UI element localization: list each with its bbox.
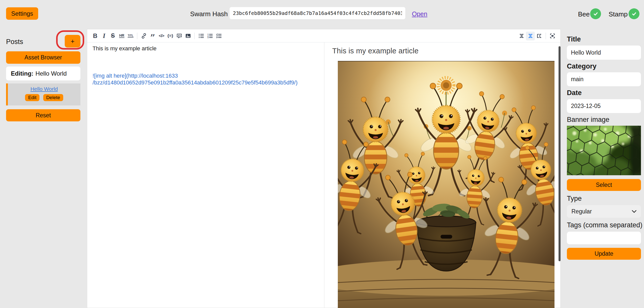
svg-text:3: 3: [207, 36, 208, 39]
preview-view-icon[interactable]: [535, 32, 544, 40]
banner-image-label: Banner image: [567, 116, 609, 124]
code-block-icon[interactable]: {=}: [166, 31, 175, 40]
link-icon[interactable]: [139, 31, 148, 40]
posts-heading: Posts: [6, 38, 23, 46]
tags-input[interactable]: [567, 232, 641, 244]
italic-icon[interactable]: I: [100, 31, 108, 40]
reset-button[interactable]: Reset: [6, 109, 80, 121]
stamp-status-label: Stamp: [609, 10, 628, 18]
stamp-status-check-icon: [629, 8, 639, 19]
date-label: Date: [567, 89, 582, 97]
pane-divider: [324, 42, 324, 308]
select-banner-button[interactable]: Select: [567, 179, 641, 191]
tags-label: Tags (comma separated): [567, 221, 642, 229]
comment-icon[interactable]: [175, 31, 184, 40]
strikethrough-icon[interactable]: S: [108, 31, 117, 40]
update-button[interactable]: Update: [567, 248, 641, 260]
post-list-item: Hello World Edit Delete: [6, 83, 80, 105]
image-icon[interactable]: [184, 31, 192, 40]
preview-scrollbar[interactable]: [559, 46, 561, 261]
bee-status-label: Bee: [578, 10, 590, 18]
editing-indicator: Editing: Hello World: [6, 67, 80, 80]
swarm-hash-label: Swarm Hash: [190, 10, 228, 18]
banner-image-thumbnail: [567, 126, 641, 175]
heading-icon[interactable]: TITL: [126, 31, 135, 40]
date-input[interactable]: [567, 99, 641, 113]
horizontal-rule-icon[interactable]: HR: [117, 31, 126, 40]
markdown-text-line[interactable]: This is my example article: [93, 45, 157, 52]
type-label: Type: [567, 195, 582, 203]
bold-icon[interactable]: B: [91, 31, 100, 40]
task-list-icon[interactable]: [214, 31, 223, 40]
title-input[interactable]: [567, 46, 641, 60]
edit-post-button[interactable]: Edit: [25, 94, 39, 101]
view-toggle-group: [517, 29, 557, 42]
editing-post-title: Hello World: [35, 70, 67, 77]
post-title-link[interactable]: Hello World: [30, 86, 58, 92]
toolbar-divider: [194, 33, 195, 39]
editor-toolbar: B I S HR TITL ” </> {=}: [87, 29, 560, 42]
new-post-button[interactable]: +: [65, 35, 80, 48]
editor-view-icon[interactable]: [517, 32, 526, 40]
category-label: Category: [567, 62, 596, 70]
quote-icon[interactable]: ”: [148, 29, 157, 42]
settings-button[interactable]: Settings: [6, 7, 38, 20]
unordered-list-icon[interactable]: [197, 31, 206, 40]
article-image: [338, 61, 554, 308]
ordered-list-icon[interactable]: 1 2 3: [206, 31, 214, 40]
type-select[interactable]: Regular: [567, 205, 641, 218]
fullscreen-icon[interactable]: [548, 32, 557, 40]
toolbar-divider: [137, 33, 137, 39]
editing-prefix: Editing:: [11, 70, 33, 77]
open-link[interactable]: Open: [412, 10, 427, 18]
category-input[interactable]: [567, 72, 641, 86]
markdown-image-link[interactable]: ![img alt here](http://localhost:1633 /b…: [93, 72, 292, 86]
swarm-hash-input[interactable]: [230, 7, 405, 19]
markdown-image-link-line1: ![img alt here](http://localhost:1633: [93, 72, 292, 79]
type-select-value: Regular: [571, 208, 592, 215]
chevron-down-icon: [632, 210, 636, 213]
toolbar-divider: [546, 33, 546, 39]
asset-browser-button[interactable]: Asset Browser: [6, 51, 80, 64]
code-icon[interactable]: </>: [157, 31, 166, 40]
markdown-editor: B I S HR TITL ” </> {=}: [87, 29, 561, 308]
title-label: Title: [567, 35, 581, 43]
delete-post-button[interactable]: Delete: [43, 94, 63, 101]
preview-article-title: This is my example article: [332, 47, 418, 55]
markdown-image-link-line2: /bzz/d1480d10652d975e091b2ffa0a35614abda…: [93, 79, 292, 86]
split-view-icon[interactable]: [526, 32, 535, 40]
bee-status-check-icon: [590, 8, 601, 19]
